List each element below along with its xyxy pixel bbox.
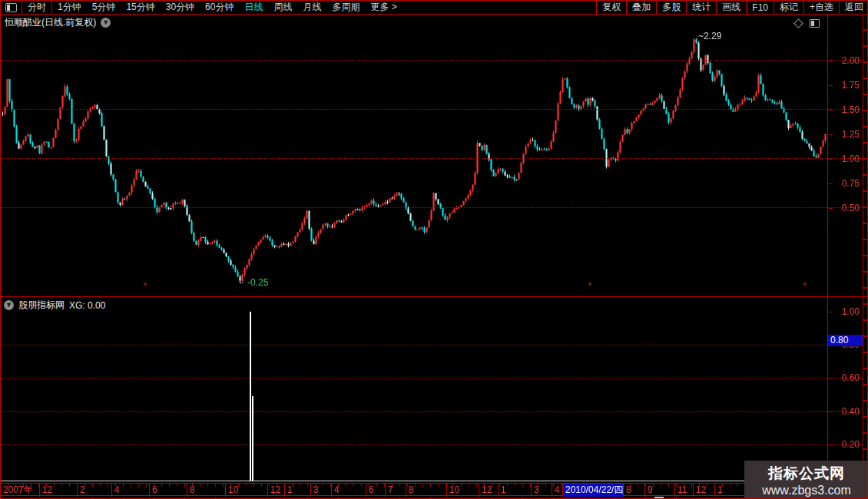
watermark-title: 指标公式网 [768,464,845,484]
xg-signal-bar [252,396,253,481]
toolbar-item-back[interactable]: 返回 [839,1,868,14]
time-axis-cell: 10 [225,484,267,497]
toolbar-item-15min[interactable]: 15分钟 [121,1,160,14]
time-axis-cell: 6 [366,484,385,497]
low-price-annotation: -0.25 [247,277,268,288]
indicator-axis-tick [829,411,833,412]
time-axis-cell: 3 [531,484,552,497]
time-axis-cell: 4 [552,484,562,497]
price-axis-tick [829,61,833,61]
time-axis-cell: 1 [284,484,310,497]
title-dropdown-icon[interactable]: ▼ [101,18,111,28]
time-axis-cell: 12 [479,484,498,497]
low-annotation-arrow-icon: ← [238,278,245,286]
time-axis-cell: 4 [111,484,149,497]
toolbar-item-add-watchlist[interactable]: +自选 [803,1,839,14]
indicator-gridline [1,345,863,345]
toolbar-item-1min[interactable]: 1分钟 [52,1,87,14]
time-axis-cell: 1 [714,484,745,497]
price-axis-tick [829,183,833,184]
toolbar-item-5min[interactable]: 5分钟 [87,1,121,14]
indicator-name: 股朋指标网 [18,299,65,312]
panel-divider[interactable] [1,296,868,297]
time-axis-cell: 1 [498,484,531,497]
toolbar-item-multi-stock[interactable]: 多股 [656,1,686,14]
indicator-value: XG: 0.00 [69,300,105,311]
action-button-group: 复权叠加多股统计画线F10标记+自选返回 [596,1,868,14]
indicator-dropdown-icon[interactable]: ▼ [4,300,14,310]
price-axis-label: 1.25 [829,129,860,140]
ex-dividend-marker: ^ [801,283,809,287]
chart-titlebar: 恒顺醋业(日线.前复权) ▼ [1,15,827,30]
toolbar-item-fenshi[interactable]: 分时 [22,1,52,14]
price-axis-label: 1.75 [829,80,860,91]
toolbar-item-weekly[interactable]: 周线 [268,1,297,14]
time-axis-cell: 7 [385,484,406,497]
time-axis-cell: 8 [187,484,225,497]
price-axis-tick [829,110,833,111]
time-axis-cell: 12 [39,484,77,497]
toolbar-item-adjust[interactable]: 复权 [596,1,626,14]
watermark: 指标公式网 www.zbgs3.com [744,461,868,499]
toolbar-item-mark[interactable]: 标记 [774,1,803,14]
indicator-axis-label: 0.40 [829,406,860,417]
toolbar-item-30min[interactable]: 30分钟 [161,1,200,14]
toolbar-item-overlay[interactable]: 叠加 [626,1,656,14]
time-axis-cell: 3 [310,484,331,497]
time-axis-cell: 11 [674,484,693,497]
split-pane-button[interactable] [1,1,22,14]
main-gridline [1,109,863,110]
layout-icon[interactable] [810,19,820,28]
time-axis-cell: 2007年 [1,484,39,497]
time-axis-cell: 9 [644,484,674,497]
watermark-url: www.zbgs3.com [762,484,851,497]
chart-title: 恒顺醋业(日线.前复权) [5,16,96,29]
price-axis-tick [829,208,833,209]
indicator-gridline [1,444,863,445]
axis-border-left [827,15,828,496]
xg-signal-bar [250,312,251,481]
time-axis-cell: 10 [446,484,479,497]
axis-cursor-value: 0.80 [828,335,863,346]
time-axis-cell: 12 [693,484,714,497]
main-gridline [1,60,863,61]
time-axis[interactable]: 2007年122468101213467810121342010/04/22/四… [1,483,868,496]
price-axis-label: 0.75 [829,178,860,189]
indicator-axis-tick [829,378,833,378]
chart-corner-tools [795,19,820,28]
main-gridline [1,207,863,208]
price-axis-label: 0.50 [829,203,860,213]
time-axis-cell: 8 [623,484,644,497]
time-axis-date-highlight: 2010/04/22/四 [562,484,623,497]
price-axis-label: 1.50 [829,104,860,115]
price-axis-tick [829,85,833,86]
toolbar-item-monthly[interactable]: 月线 [297,1,326,14]
time-axis-cell: 4 [331,484,366,497]
split-pane-icon [5,3,17,12]
indicator-zero-line [1,481,829,481]
price-axis-label: 1.00 [829,154,860,164]
price-axis-label: 2.00 [829,55,860,66]
indicator-axis-tick [829,444,833,445]
price-axis-tick [829,134,833,135]
period-button-group: 分时1分钟5分钟15分钟30分钟60分钟日线周线月线多周期更多 > [22,1,403,14]
price-axis-tick [829,159,833,160]
toolbar-item-multi-period[interactable]: 多周期 [326,1,365,14]
toolbar-item-daily[interactable]: 日线 [239,1,268,14]
indicator-axis-label: 0.20 [829,439,860,450]
time-axis-cell: 2 [77,484,111,497]
indicator-axis-tick [829,312,833,312]
toolbar-item-f10[interactable]: F10 [746,1,774,14]
diamond-icon[interactable] [793,18,803,28]
ex-dividend-marker: ^ [141,283,149,287]
indicator-gridline [1,378,863,378]
trading-app-window: 分时1分钟5分钟15分钟30分钟60分钟日线周线月线多周期更多 > 复权叠加多股… [0,0,868,499]
top-toolbar: 分时1分钟5分钟15分钟30分钟60分钟日线周线月线多周期更多 > 复权叠加多股… [1,1,868,15]
toolbar-item-draw-line[interactable]: 画线 [716,1,746,14]
candlestick-chart[interactable] [1,30,827,296]
indicator-axis-label: 1.00 [829,306,860,317]
toolbar-item-more[interactable]: 更多 > [365,1,402,14]
toolbar-item-60min[interactable]: 60分钟 [200,1,239,14]
indicator-gridline [1,411,863,412]
toolbar-item-stats[interactable]: 统计 [686,1,716,14]
